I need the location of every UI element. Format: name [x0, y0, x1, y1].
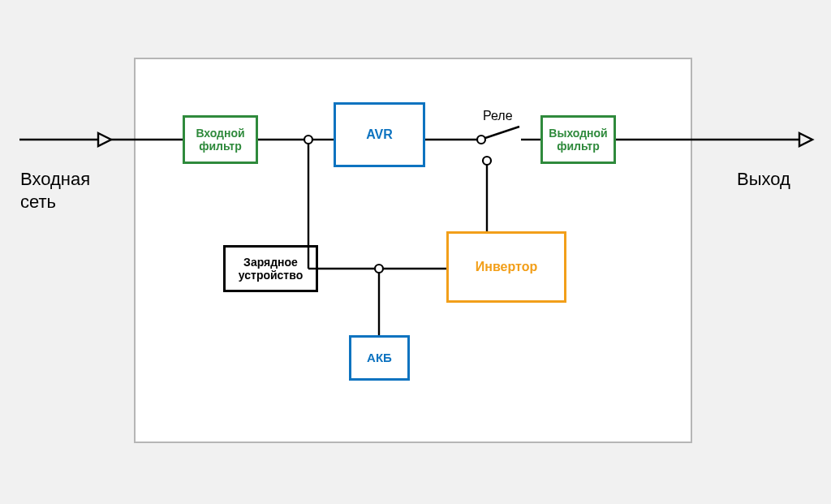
block-avr-text: AVR	[366, 127, 393, 142]
block-input-filter: Входной фильтр	[183, 115, 258, 164]
diagram-stage: Входная сеть Выход Реле Входной фильтр A…	[0, 0, 831, 504]
block-inverter: Инвертор	[446, 231, 566, 303]
block-charger-text: Зарядное устройство	[230, 256, 311, 282]
arrow-input	[98, 133, 111, 146]
arrow-output	[799, 133, 812, 146]
block-charger: Зарядное устройство	[223, 245, 318, 292]
input-label: Входная сеть	[20, 168, 90, 213]
block-battery: АКБ	[349, 335, 410, 381]
block-output-filter-text: Выходной фильтр	[548, 127, 609, 153]
block-output-filter: Выходной фильтр	[540, 115, 616, 164]
block-avr: AVR	[334, 102, 425, 167]
block-input-filter-text: Входной фильтр	[190, 127, 251, 153]
block-inverter-text: Инвертор	[476, 260, 537, 274]
block-battery-text: АКБ	[367, 351, 392, 364]
relay-label: Реле	[483, 108, 513, 124]
output-label: Выход	[737, 168, 790, 191]
